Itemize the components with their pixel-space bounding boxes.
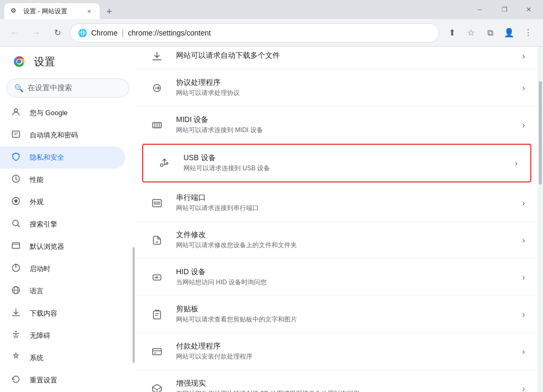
sidebar-item-performance[interactable]: 性能 [0, 169, 125, 191]
hid-icon [148, 272, 165, 283]
tab-favicon: ⚙ [11, 7, 19, 15]
auto-download-chevron: › [522, 51, 525, 61]
serial-text: 串行端口 网站可以请求连接到串行端口 [176, 193, 512, 213]
browser-toolbar: ← → ↻ 🌐 Chrome | chrome://settings/conte… [0, 19, 543, 47]
tab-title: 设置 - 网站设置 [23, 7, 81, 16]
auto-download-icon [148, 51, 165, 62]
protocol-title: 协议处理程序 [176, 78, 512, 88]
content-scrollbar-thumb [539, 81, 542, 185]
sidebar-item-google-account[interactable]: 您与 Google [0, 102, 125, 124]
accessibility-icon [11, 330, 21, 342]
svg-rect-43 [153, 349, 162, 355]
file-edit-chevron: › [522, 236, 525, 245]
sidebar-item-system[interactable]: 系统 [0, 347, 125, 369]
sidebar-item-startup[interactable]: 启动时 [0, 258, 125, 280]
svg-point-3 [14, 109, 17, 112]
settings-item-ar[interactable]: 增强现实 在网站想为您的周边环境创建 3D 地图或跟踪摄像头位置时询问您 › [136, 370, 538, 392]
usb-icon [156, 158, 173, 169]
performance-icon [11, 174, 21, 186]
settings-item-protocol[interactable]: 协议处理程序 网站可以请求处理协议 › [136, 69, 538, 107]
address-url: chrome://settings/content [128, 29, 211, 37]
default-browser-icon [11, 241, 21, 252]
midi-text: MIDI 设备 网站可以请求连接到 MIDI 设备 [176, 115, 512, 135]
svg-line-11 [17, 225, 19, 227]
content-scrollbar[interactable] [538, 47, 543, 392]
back-button[interactable]: ← [6, 24, 23, 41]
system-icon [11, 352, 21, 364]
sidebar-item-label: 重置设置 [30, 376, 115, 385]
settings-item-file-edit[interactable]: 文件修改 网站可以请求修改您设备上的文件和文件夹 › [136, 222, 538, 259]
settings-item-hid[interactable]: HID 设备 当网站想访问 HID 设备时询问您 › [136, 259, 538, 296]
clipboard-chevron: › [522, 310, 525, 319]
settings-item-serial[interactable]: 串行端口 网站可以请求连接到串行端口 › [136, 185, 538, 222]
payment-icon [148, 346, 165, 357]
sidebar-item-search[interactable]: 搜索引擎 [0, 213, 125, 236]
sidebar-header: 设置 [0, 47, 136, 79]
tab-strip: ⚙ 设置 - 网站设置 ✕ + [0, 0, 117, 19]
forward-button[interactable]: → [28, 24, 45, 41]
menu-button[interactable]: ⋮ [520, 24, 537, 41]
serial-icon [148, 198, 165, 208]
midi-icon [148, 120, 165, 130]
split-button[interactable]: ⧉ [481, 24, 498, 41]
new-tab-button[interactable]: + [102, 4, 117, 19]
maximize-button[interactable]: ❐ [492, 0, 516, 19]
search-engine-icon [11, 219, 21, 230]
sidebar-item-appearance[interactable]: 外观 [0, 191, 125, 213]
language-icon [11, 285, 21, 297]
settings-item-usb-highlighted[interactable]: USB 设备 网站可以请求连接到 USB 设备 › [142, 144, 531, 182]
sidebar-item-label: 隐私和安全 [30, 153, 115, 162]
hid-text: HID 设备 当网站想访问 HID 设备时询问您 [176, 267, 512, 287]
sidebar-item-label: 下载内容 [30, 309, 115, 318]
settings-item-clipboard[interactable]: 剪贴板 网站可以请求查看您剪贴板中的文字和图片 › [136, 296, 538, 333]
sidebar-item-downloads[interactable]: 下载内容 [0, 302, 125, 325]
sidebar-nav-wrapper: 您与 Google 自动填充和密码 隐私和安全 [0, 102, 136, 392]
serial-chevron: › [522, 198, 525, 208]
address-bar[interactable]: 🌐 Chrome | chrome://settings/content [70, 23, 439, 42]
browser-window: ⚙ 设置 - 网站设置 ✕ + ─ ❐ ✕ ← → ↻ 🌐 Chrome | c… [0, 0, 543, 392]
startup-icon [11, 263, 21, 275]
share-button[interactable]: ⬆ [443, 24, 460, 41]
sidebar-nav: 您与 Google 自动填充和密码 隐私和安全 [0, 102, 132, 392]
toolbar-right-actions: ⬆ ☆ ⧉ 👤 ⋮ [443, 24, 537, 41]
settings-item-usb[interactable]: USB 设备 网站可以请求连接到 USB 设备 › [143, 145, 530, 181]
reload-button[interactable]: ↻ [49, 24, 66, 41]
reset-icon [11, 374, 21, 386]
titlebar: ⚙ 设置 - 网站设置 ✕ + ─ ❐ ✕ [0, 0, 543, 19]
midi-desc: 网站可以请求连接到 MIDI 设备 [176, 126, 512, 135]
sidebar-item-accessibility[interactable]: 无障碍 [0, 325, 125, 347]
google-account-icon [11, 107, 21, 119]
sidebar-item-label: 系统 [30, 353, 115, 363]
active-tab[interactable]: ⚙ 设置 - 网站设置 ✕ [4, 3, 100, 19]
usb-desc: 网站可以请求连接到 USB 设备 [183, 164, 504, 173]
settings-item-midi[interactable]: MIDI 设备 网站可以请求连接到 MIDI 设备 › [136, 107, 538, 144]
sidebar-item-label: 您与 Google [30, 108, 115, 118]
sidebar-item-label: 启动时 [30, 264, 115, 274]
sidebar-item-language[interactable]: 语言 [0, 280, 125, 302]
sidebar-item-autofill[interactable]: 自动填充和密码 [0, 124, 125, 146]
search-input-placeholder: 在设置中搜索 [28, 83, 72, 93]
clipboard-text: 剪贴板 网站可以请求查看您剪贴板中的文字和图片 [176, 304, 512, 324]
minimize-button[interactable]: ─ [468, 0, 492, 19]
settings-item-auto-download[interactable]: 网站可以请求自动下载多个文件 › [136, 47, 538, 69]
main-content: 设置 🔍 在设置中搜索 您与 Google [0, 47, 543, 392]
ar-text: 增强现实 在网站想为您的周边环境创建 3D 地图或跟踪摄像头位置时询问您 [176, 379, 512, 392]
profile-button[interactable]: 👤 [501, 24, 518, 41]
settings-items-list: 网站可以请求自动下载多个文件 › 协议处理程序 网站可以请求处理协议 › [136, 47, 538, 392]
appearance-icon [11, 196, 21, 208]
serial-title: 串行端口 [176, 193, 512, 203]
protocol-text: 协议处理程序 网站可以请求处理协议 [176, 78, 512, 98]
clipboard-icon [148, 309, 165, 320]
tab-close-button[interactable]: ✕ [85, 7, 93, 15]
file-edit-icon [148, 235, 165, 246]
settings-search-box[interactable]: 🔍 在设置中搜索 [6, 79, 129, 98]
sidebar-item-privacy[interactable]: 隐私和安全 [0, 146, 125, 169]
sidebar-item-default-browser[interactable]: 默认浏览器 [0, 236, 125, 258]
close-button[interactable]: ✕ [516, 0, 541, 19]
settings-item-payment[interactable]: 付款处理程序 网站可以安装付款处理程序 › [136, 333, 538, 370]
chrome-logo-icon [11, 53, 28, 70]
bookmark-button[interactable]: ☆ [462, 24, 479, 41]
sidebar-item-reset[interactable]: 重置设置 [0, 369, 125, 391]
sidebar-scrollbar[interactable] [132, 102, 136, 392]
protocol-chevron: › [522, 83, 525, 93]
